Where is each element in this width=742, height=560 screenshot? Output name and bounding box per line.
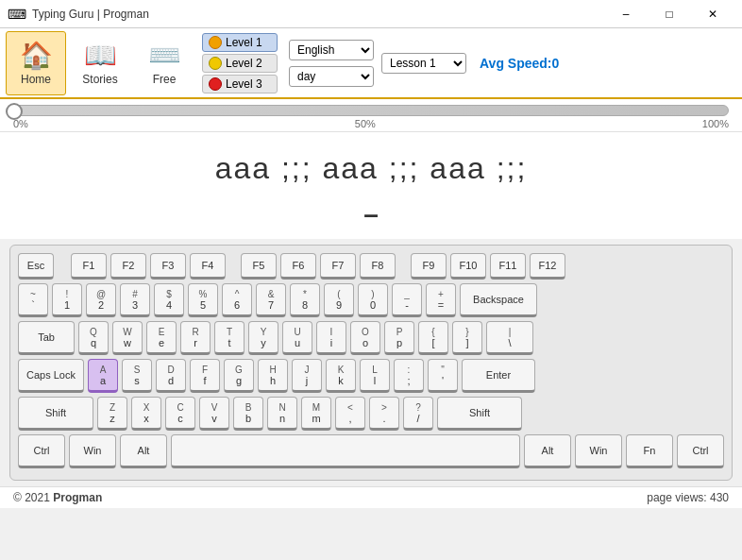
window-controls: – □ ✕ [604, 0, 734, 28]
free-label: Free [153, 73, 177, 86]
key-r[interactable]: Rr [180, 321, 211, 355]
key-g[interactable]: Gg [224, 359, 254, 393]
maximize-button[interactable]: □ [648, 0, 691, 28]
key-shift-left[interactable]: Shift [18, 397, 93, 431]
key-space[interactable] [171, 434, 520, 468]
brand: Progman [53, 491, 102, 504]
key-f8[interactable]: F8 [360, 253, 396, 280]
key-comma[interactable]: <, [335, 397, 365, 431]
key-n[interactable]: Nn [267, 397, 297, 431]
key-l[interactable]: Ll [360, 359, 390, 393]
key-lbracket[interactable]: {[ [418, 321, 448, 355]
key-f3[interactable]: F3 [150, 253, 186, 280]
key-alt-right[interactable]: Alt [524, 434, 571, 468]
key-enter[interactable]: Enter [462, 359, 535, 393]
key-semicolon[interactable]: :; [394, 359, 424, 393]
home-nav-button[interactable]: 🏠 Home [6, 31, 66, 95]
key-f[interactable]: Ff [190, 359, 220, 393]
key-esc[interactable]: Esc [18, 253, 54, 280]
key-rbracket[interactable]: }] [452, 321, 482, 355]
key-i[interactable]: Ii [316, 321, 346, 355]
key-j[interactable]: Jj [292, 359, 322, 393]
level2-button[interactable]: Level 2 [202, 54, 278, 73]
stories-nav-button[interactable]: 📖 Stories [70, 31, 130, 95]
key-shift-right[interactable]: Shift [437, 397, 522, 431]
key-minus[interactable]: _- [392, 283, 422, 317]
free-nav-button[interactable]: ⌨️ Free [134, 31, 194, 95]
copyright: © 2021 [13, 491, 50, 504]
word-select[interactable]: day night cat [289, 66, 374, 87]
key-ctrl-right[interactable]: Ctrl [677, 434, 724, 468]
key-ctrl-left[interactable]: Ctrl [18, 434, 65, 468]
toolbar: 🏠 Home 📖 Stories ⌨️ Free Level 1 Level 2… [0, 28, 742, 99]
progress-50: 50% [355, 118, 376, 129]
key-1[interactable]: !1 [52, 283, 82, 317]
key-tab[interactable]: Tab [18, 321, 75, 355]
key-9[interactable]: (9 [324, 283, 354, 317]
key-p[interactable]: Pp [384, 321, 414, 355]
key-d[interactable]: Dd [156, 359, 186, 393]
key-alt-left[interactable]: Alt [120, 434, 167, 468]
key-f9[interactable]: F9 [411, 253, 447, 280]
level1-button[interactable]: Level 1 [202, 33, 278, 52]
key-f11[interactable]: F11 [490, 253, 526, 280]
key-f6[interactable]: F6 [280, 253, 316, 280]
key-8[interactable]: *8 [290, 283, 320, 317]
language-select[interactable]: English Spanish French [289, 40, 374, 60]
key-period[interactable]: >. [369, 397, 399, 431]
key-f4[interactable]: F4 [190, 253, 226, 280]
key-s[interactable]: Ss [122, 359, 152, 393]
key-h[interactable]: Hh [258, 359, 288, 393]
key-equals[interactable]: += [426, 283, 456, 317]
lesson-select[interactable]: Lesson 1 Lesson 2 Lesson 3 [381, 53, 466, 74]
key-backspace[interactable]: Backspace [460, 283, 537, 317]
key-f2[interactable]: F2 [110, 253, 146, 280]
key-capslock[interactable]: Caps Lock [18, 359, 84, 393]
key-f1[interactable]: F1 [71, 253, 107, 280]
key-tilde[interactable]: ~` [18, 283, 48, 317]
key-f7[interactable]: F7 [320, 253, 356, 280]
key-win-right[interactable]: Win [575, 434, 622, 468]
key-backslash[interactable]: |\ [486, 321, 533, 355]
key-5[interactable]: %5 [188, 283, 218, 317]
key-o[interactable]: Oo [350, 321, 380, 355]
key-m[interactable]: Mm [301, 397, 331, 431]
key-6[interactable]: ^6 [222, 283, 252, 317]
key-c[interactable]: Cc [165, 397, 195, 431]
key-f10[interactable]: F10 [450, 253, 486, 280]
key-f12[interactable]: F12 [530, 253, 565, 280]
key-e[interactable]: Ee [146, 321, 177, 355]
key-q[interactable]: Qq [78, 321, 109, 355]
page-views: page views: 430 [647, 491, 729, 504]
key-3[interactable]: #3 [120, 283, 150, 317]
key-t[interactable]: Tt [214, 321, 245, 355]
close-button[interactable]: ✕ [691, 0, 734, 28]
key-fn[interactable]: Fn [626, 434, 673, 468]
stories-icon: 📖 [84, 40, 117, 71]
level1-dot [209, 36, 222, 49]
key-y[interactable]: Yy [248, 321, 278, 355]
key-0[interactable]: )0 [358, 283, 388, 317]
key-x[interactable]: Xx [131, 397, 161, 431]
key-z[interactable]: Zz [97, 397, 127, 431]
progress-100: 100% [702, 118, 729, 129]
key-2[interactable]: @2 [86, 283, 116, 317]
key-u[interactable]: Uu [282, 321, 312, 355]
typing-text: aaa ;;; aaa ;;; aaa ;;; [0, 151, 742, 186]
key-b[interactable]: Bb [233, 397, 263, 431]
level3-button[interactable]: Level 3 [202, 75, 278, 93]
key-a[interactable]: Aa [88, 359, 118, 393]
key-win-left[interactable]: Win [69, 434, 116, 468]
key-w[interactable]: Ww [112, 321, 143, 355]
key-k[interactable]: Kk [326, 359, 356, 393]
key-slash[interactable]: ?/ [403, 397, 433, 431]
progress-track[interactable] [13, 105, 729, 116]
key-quote[interactable]: "' [428, 359, 458, 393]
key-4[interactable]: $4 [154, 283, 184, 317]
key-7[interactable]: &7 [256, 283, 286, 317]
typing-area: aaa ;;; aaa ;;; aaa ;;; – [0, 132, 742, 239]
keyboard-area: Esc F1 F2 F3 F4 F5 F6 F7 F8 F9 F10 F11 F… [9, 245, 733, 481]
key-f5[interactable]: F5 [241, 253, 277, 280]
key-v[interactable]: Vv [199, 397, 229, 431]
minimize-button[interactable]: – [604, 0, 648, 28]
